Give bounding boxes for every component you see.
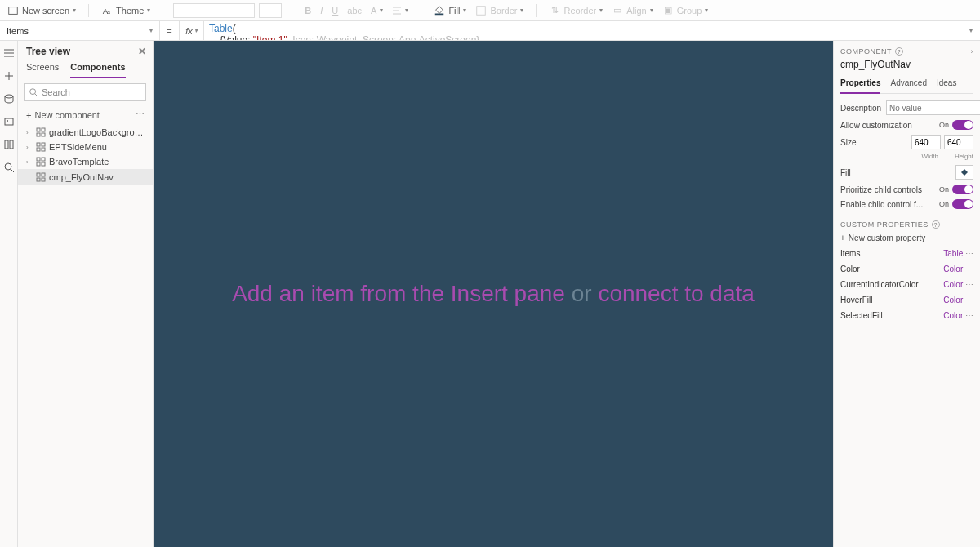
custom-property-row[interactable]: Items Table ⋯ (840, 249, 973, 258)
reorder-button[interactable]: ⇅ Reorder▾ (546, 3, 605, 18)
canvas-area: Add an item from the Insert pane or conn… (154, 41, 833, 547)
svg-point-20 (30, 89, 36, 95)
properties-panel: COMPONENT? › cmp_FlyOutNav Properties Ad… (833, 41, 980, 547)
search-icon[interactable] (3, 162, 15, 173)
theme-button[interactable]: Aa Theme ▾ (99, 3, 153, 18)
tree-item[interactable]: › BravoTemplate (18, 154, 153, 169)
custom-property-row[interactable]: Color Color ⋯ (840, 265, 973, 274)
svg-rect-23 (42, 128, 45, 131)
svg-text:a: a (107, 8, 110, 14)
more-icon[interactable]: ⋯ (965, 296, 973, 305)
tree-item-selected[interactable]: › cmp_FlyOutNav ⋯ (18, 169, 153, 185)
info-icon[interactable]: ? (932, 220, 940, 229)
font-size-input[interactable] (259, 3, 282, 18)
variables-icon[interactable] (3, 139, 15, 150)
new-component-button[interactable]: +New component ⋯ (18, 106, 153, 123)
more-icon[interactable]: ⋯ (139, 171, 148, 182)
border-button[interactable]: Border▾ (473, 3, 526, 18)
fx-label[interactable]: fx▾ (180, 21, 204, 40)
svg-rect-26 (37, 143, 40, 146)
border-icon (475, 5, 487, 16)
new-screen-button[interactable]: New screen ▾ (5, 3, 78, 18)
insert-icon[interactable] (3, 70, 15, 82)
custom-property-row[interactable]: CurrentIndicatorColor Color ⋯ (840, 280, 973, 289)
svg-rect-33 (42, 162, 45, 166)
svg-point-13 (5, 95, 13, 98)
bold-button[interactable]: B (302, 4, 314, 17)
media-icon[interactable] (3, 116, 15, 127)
theme-icon: Aa (101, 5, 113, 16)
enable-child-toggle[interactable] (952, 199, 973, 209)
svg-rect-32 (37, 162, 40, 166)
svg-rect-0 (9, 7, 18, 14)
more-icon[interactable]: ⋯ (965, 265, 973, 274)
reorder-icon: ⇅ (549, 5, 560, 16)
formula-input[interactable]: Table( {Value: "Item 1", Icon: Waypoint,… (204, 21, 962, 40)
font-color-button[interactable]: A▾ (368, 4, 385, 17)
description-label: Description (840, 104, 881, 113)
description-input[interactable] (886, 100, 980, 115)
group-label: Group (677, 6, 702, 16)
font-family-input[interactable] (173, 3, 255, 18)
svg-rect-14 (5, 118, 13, 125)
property-dropdown-value: Items (7, 26, 29, 36)
tree-item[interactable]: › gradientLogoBackground (18, 125, 153, 140)
tab-advanced[interactable]: Advanced (890, 75, 926, 93)
tab-screens[interactable]: Screens (26, 59, 59, 78)
allow-customization-toggle[interactable] (952, 120, 973, 130)
custom-property-row[interactable]: HoverFill Color ⋯ (840, 296, 973, 305)
canvas-placeholder-message: Add an item from the Insert pane or conn… (232, 281, 755, 307)
chevron-down-icon: ▾ (147, 7, 150, 14)
underline-button[interactable]: U (329, 4, 341, 17)
more-icon[interactable]: ⋯ (136, 109, 145, 120)
group-icon: ▣ (662, 5, 674, 16)
fill-button[interactable]: Fill▾ (431, 3, 469, 18)
component-tree: › gradientLogoBackground › EPTSideMenu ›… (18, 123, 153, 186)
tab-ideas[interactable]: Ideas (937, 75, 956, 93)
close-icon[interactable]: ✕ (138, 46, 146, 57)
svg-rect-35 (42, 173, 45, 176)
property-dropdown[interactable]: Items ▾ (0, 21, 160, 40)
width-input[interactable] (911, 135, 941, 149)
svg-rect-25 (42, 133, 45, 136)
svg-rect-22 (37, 128, 40, 131)
height-input[interactable] (944, 135, 973, 149)
info-icon[interactable]: ? (895, 47, 903, 56)
chevron-right-icon[interactable]: › (26, 144, 33, 151)
data-icon[interactable] (3, 93, 15, 105)
more-icon[interactable]: ⋯ (965, 280, 973, 289)
align-icon: ▭ (612, 5, 623, 16)
align-label: Align (626, 6, 646, 16)
properties-tabs: Properties Advanced Ideas (840, 75, 973, 94)
svg-rect-28 (37, 148, 40, 151)
toolbar-separator (536, 4, 537, 17)
insert-link[interactable]: Add an item from the Insert pane (232, 281, 565, 306)
fill-icon (434, 5, 445, 16)
fill-color-picker[interactable] (956, 165, 973, 180)
new-custom-property-button[interactable]: + New custom property (840, 233, 973, 242)
tree-search-input[interactable]: Search (24, 83, 146, 101)
prioritize-toggle[interactable] (952, 185, 973, 194)
chevron-right-icon[interactable]: › (971, 47, 974, 56)
component-canvas[interactable]: Add an item from the Insert pane or conn… (154, 41, 833, 547)
italic-button[interactable]: I (318, 4, 325, 17)
connect-data-link[interactable]: connect to data (598, 281, 754, 306)
toolbar-separator (88, 4, 89, 17)
align-button[interactable]: ▭ Align▾ (609, 3, 655, 18)
chevron-right-icon[interactable]: › (26, 129, 33, 136)
chevron-right-icon[interactable]: › (26, 158, 33, 166)
group-button[interactable]: ▣ Group▾ (660, 3, 711, 18)
strike-button[interactable]: abc (345, 4, 364, 17)
screen-icon (7, 5, 19, 16)
tree-tabs: Screens Components (18, 59, 153, 78)
formula-expand-button[interactable]: ▾ (962, 21, 980, 40)
more-icon[interactable]: ⋯ (965, 249, 973, 258)
tab-components[interactable]: Components (70, 59, 125, 78)
more-icon[interactable]: ⋯ (965, 311, 973, 320)
left-rail (0, 41, 18, 547)
tab-properties[interactable]: Properties (840, 75, 880, 94)
hamburger-icon[interactable] (3, 47, 15, 59)
tree-item[interactable]: › EPTSideMenu (18, 140, 153, 154)
text-align-button[interactable]: ▾ (390, 4, 411, 17)
custom-property-row[interactable]: SelectedFill Color ⋯ (840, 311, 973, 320)
